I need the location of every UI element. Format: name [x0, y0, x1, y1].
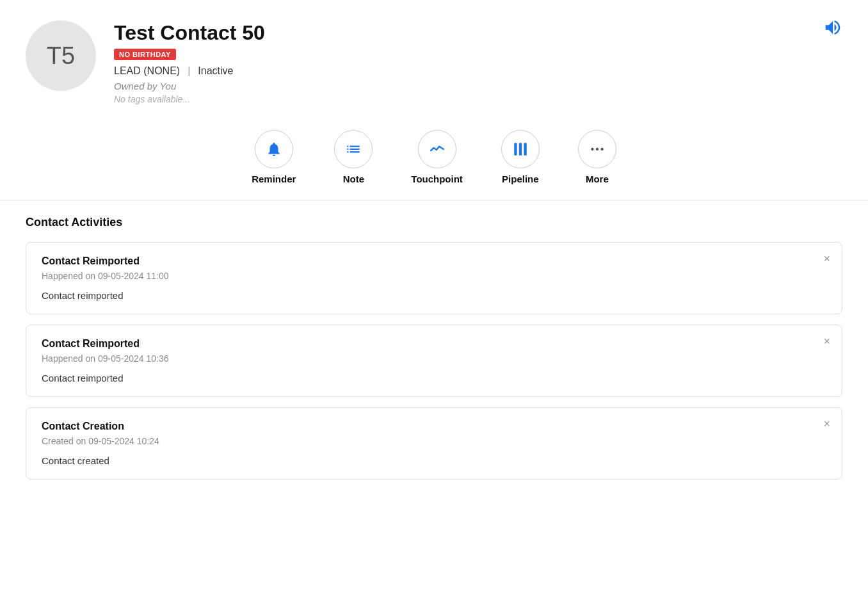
- activity-description: Contact reimported: [42, 373, 826, 383]
- profile-info: Test Contact 50 NO BIRTHDAY LEAD (NONE) …: [114, 20, 842, 104]
- close-activity-button[interactable]: ×: [823, 253, 830, 264]
- activity-card: Contact Creation Created on 09-05-2024 1…: [26, 407, 842, 480]
- note-label: Note: [343, 173, 364, 184]
- svg-point-3: [591, 148, 593, 150]
- avatar: T5: [26, 20, 96, 91]
- pipeline-icon-circle: [501, 130, 540, 168]
- close-activity-button[interactable]: ×: [823, 335, 830, 347]
- close-activity-button[interactable]: ×: [823, 418, 830, 430]
- more-label: More: [586, 173, 609, 184]
- reminder-button[interactable]: Reminder: [252, 130, 296, 184]
- reminder-icon-circle: [255, 130, 293, 168]
- activity-date: Happened on 09-05-2024 10:36: [42, 353, 826, 364]
- activities-list: Contact Reimported Happened on 09-05-202…: [26, 242, 842, 480]
- no-birthday-badge: NO BIRTHDAY: [114, 49, 176, 60]
- svg-point-5: [600, 148, 603, 150]
- touchpoint-button[interactable]: Touchpoint: [411, 130, 463, 184]
- svg-point-4: [596, 148, 599, 150]
- no-tags: No tags available...: [114, 94, 842, 104]
- more-icon-circle: [578, 130, 616, 168]
- actions-row: Reminder Note Touchpoint Pipeline: [0, 120, 868, 200]
- pipeline-button[interactable]: Pipeline: [501, 130, 540, 184]
- activity-description: Contact reimported: [42, 290, 826, 301]
- activities-section: Contact Activities Contact Reimported Ha…: [0, 216, 868, 480]
- more-button[interactable]: More: [578, 130, 616, 184]
- note-button[interactable]: Note: [334, 130, 373, 184]
- touchpoint-icon-circle: [418, 130, 456, 168]
- activity-date: Created on 09-05-2024 10:24: [42, 436, 826, 446]
- activity-description: Contact created: [42, 455, 826, 466]
- activity-card: Contact Reimported Happened on 09-05-202…: [26, 242, 842, 314]
- activity-title: Contact Creation: [42, 421, 826, 432]
- lead-status-row: LEAD (NONE) | Inactive: [114, 65, 842, 77]
- reminder-label: Reminder: [252, 173, 296, 184]
- activity-title: Contact Reimported: [42, 255, 826, 267]
- owned-by: Owned by You: [114, 81, 842, 92]
- separator: |: [188, 65, 190, 77]
- lead-status: LEAD (NONE): [114, 65, 180, 77]
- activity-card: Contact Reimported Happened on 09-05-202…: [26, 325, 842, 397]
- svg-rect-2: [524, 143, 526, 156]
- activity-title: Contact Reimported: [42, 338, 826, 350]
- sound-icon[interactable]: [823, 18, 842, 42]
- svg-rect-1: [519, 143, 522, 156]
- svg-rect-0: [514, 143, 517, 156]
- contact-status: Inactive: [198, 65, 233, 77]
- activities-title: Contact Activities: [26, 216, 842, 229]
- section-divider: [0, 200, 868, 200]
- note-icon-circle: [334, 130, 373, 168]
- contact-name: Test Contact 50: [114, 20, 842, 45]
- touchpoint-label: Touchpoint: [411, 173, 463, 184]
- pipeline-label: Pipeline: [502, 173, 539, 184]
- profile-section: T5 Test Contact 50 NO BIRTHDAY LEAD (NON…: [0, 0, 868, 120]
- activity-date: Happened on 09-05-2024 11:00: [42, 271, 826, 281]
